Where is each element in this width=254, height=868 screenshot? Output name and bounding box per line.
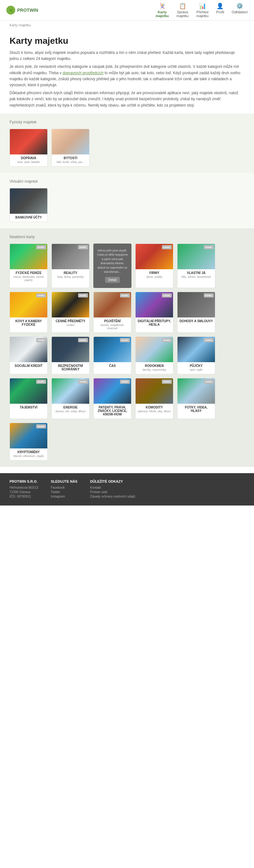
card-media-badge: neakt. [204,380,214,384]
karty-icon: 🃏 [159,3,166,9]
footer-col1-line1: Heřmánková 863/13 [9,486,38,489]
card-pojisteni[interactable]: neakt. POJIŠTĚNÍ životní, majetkové, úra… [93,292,132,333]
logo-icon: 🌿 [6,6,15,14]
virtualni-grid: BANKOVNÍ ÚČTY [9,188,245,222]
card-safe-badge: neakt. [78,338,88,342]
footer-instagram-link[interactable]: Instagram [51,495,78,498]
card-self-badge: neakt. [204,245,214,249]
nav-prehled[interactable]: 📊 Přehledmajetku [196,3,208,18]
card-energie[interactable]: neakt. ENERGIE slunce, vítr, voda, dřevo [51,378,89,419]
card-insurance-badge: neakt. [120,293,130,298]
card-vlastni-ja[interactable]: neakt. VLASTNÍ JÁ tělo, zdraví, dovednos… [177,244,215,288]
card-time-badge: neakt. [120,338,130,342]
card-cash-sub: mince, bankovky, cenné papíry [12,275,46,282]
card-bytosti-title: BYTOSTI [54,156,87,160]
hero-para2: Je skoro jisté, že nevlastníš všechny ka… [9,64,245,88]
card-energy-badge: neakt. [78,380,88,384]
card-crypto-sub: bitcoin, ethereum, ripple [12,455,46,458]
fyzicky-section: Fyzický majetek DOPRAVA kolo, auto, leta… [0,114,254,173]
card-energy-sub: slunce, vítr, voda, dřevo [54,410,87,413]
card-crypto-title: KRYPTOMÉNY [12,450,46,454]
card-fyzicke-penize[interactable]: neakt. FYZICKÉ PENÍZE mince, bankovky, c… [9,244,48,288]
footer-col1-line2: 71300 Ostrava [9,490,38,494]
card-valuables-sub: umění [54,323,87,327]
card-social-title: SOCIÁLNÍ KREDIT [12,364,46,368]
nav-items: 🃏 Kartymajetku 📋 Správamajetku 📊 Přehled… [156,3,248,18]
card-contracts-badge: neakt. [204,293,214,298]
profil-icon: 👤 [217,3,224,9]
card-family-title: RODOKMEN [138,364,171,368]
footer-kontakt-link[interactable]: Kontakt [90,486,135,489]
card-bytosti-sub: lidé, koně, včely, psi... [54,160,87,164]
logo-text: PROTWIN [17,8,38,13]
virtualni-section: Virtuální majetek BANKOVNÍ ÚČTY [0,173,254,228]
card-kovy-kameny[interactable]: neakt. KOVY A KAMENY FYZICKÉ [9,292,48,333]
card-pujcky[interactable]: neakt. PŮJČKY tam i zpět [177,337,215,374]
card-patents-title: PATENTY, PRÁVA, ZNAČKY, LICENCE, KNOW-HO… [95,406,129,416]
card-digitalni[interactable]: neakt. DIGITÁLNÍ PŘÍSTUPY, HESLA [135,292,173,333]
footer-web-link[interactable]: Protwin web [90,490,135,494]
card-contracts-title: DOHODY A SMLOUVY [179,319,213,323]
breadcrumb: Karty majetku [0,21,254,30]
card-energy-title: ENERGIE [54,406,87,409]
card-commodities-sub: pšenice, hlínik, olej, dřevo [138,410,171,413]
footer-twitter-link[interactable]: Twitter [51,490,78,494]
nav-profil[interactable]: 👤 Profil [216,3,224,18]
card-family-sub: deníky, vzpomínky [138,368,171,371]
neaktivni-title: Neaktivní karty [9,235,245,239]
nav-odhlaseni[interactable]: ⚙️ Odhlášení [232,3,248,18]
nav-profil-label: Profil [216,10,224,14]
inactive-overlay-text: Mémo ječh plná obydlí. Často je děšo kup… [96,249,128,274]
card-doprava[interactable]: DOPRAVA kolo, auto, letadlo [9,129,48,166]
card-socialni[interactable]: neakt. SOCIÁLNÍ KREDIT [9,337,48,374]
nav-prehled-label: Přehledmajetku [196,10,208,18]
card-family-badge: neakt. [162,338,172,342]
footer-zasady-link[interactable]: Zásady ochrany osobních údajů [90,495,135,498]
card-patenty[interactable]: neakt. PATENTY, PRÁVA, ZNAČKY, LICENCE, … [93,378,132,419]
card-firmy[interactable]: neakt. FIRMY akcie, podíly [135,244,173,288]
card-loans-badge: neakt. [204,338,214,342]
card-reality-sub: byty, domy, pozemky [54,275,87,278]
card-rodokmen[interactable]: neakt. RODOKMEN deníky, vzpomínky [135,337,173,374]
footer-col2-title: SLEDUJTE NÁS [51,479,78,483]
card-bankovni-title: BANKOVNÍ ÚČTY [12,216,46,219]
card-metals-badge: neakt. [36,293,46,298]
prehled-icon: 📊 [199,3,206,9]
card-dohody[interactable]: neakt. DOHODY A SMLOUVY [177,292,215,333]
card-commodities-title: KOMODITY [138,406,171,409]
hero-para1: Slouží k tomu, abysi svůj majetek snadno… [9,50,245,62]
card-valuables-badge: neakt. [78,293,88,298]
card-secret-title: TAJEMSTVÍ [12,406,46,409]
nav-odhlaseni-label: Odhlášení [232,10,248,14]
card-crypto-badge: neakt. [36,424,46,429]
footer: PROTWIN S.R.O. Heřmánková 863/13 71300 O… [0,473,254,505]
card-loans-sub: tam i zpět [179,368,213,371]
inactive-overlay: Mémo ječh plná obydlí. Často je děšo kup… [93,244,132,288]
card-tajemstvi[interactable]: neakt. TAJEMSTVÍ [9,378,48,419]
card-media-title: FOTKY, VIDEA, HLASY [179,406,213,412]
footer-col1-line3: IČO: 08790911 [9,495,38,498]
card-reality-badge: neakt. [78,245,88,249]
card-reality[interactable]: neakt. REALITY byty, domy, pozemky [51,244,89,288]
footer-facebook-link[interactable]: Facebook [51,486,78,489]
card-fotky[interactable]: neakt. FOTKY, VIDEA, HLASY [177,378,215,419]
card-komodity[interactable]: neakt. KOMODITY pšenice, hlínik, olej, d… [135,378,173,419]
card-kryptomeny[interactable]: neakt. KRYPTOMÉNY bitcoin, ethereum, rip… [9,423,48,461]
dopravni-link[interactable]: dopravních prostředcích [62,71,104,75]
card-bytosti[interactable]: BYTOSTI lidé, koně, včely, psi... [51,129,89,166]
card-loans-title: PŮJČKY [179,364,213,368]
card-bezpecnostni[interactable]: neakt. BEZPEČNOSTNÍ SCHRÁNKY [51,337,89,374]
footer-col3-title: DŮLEŽITÉ ODKAZY [90,479,135,483]
nav-sprava[interactable]: 📋 Správamajetku [176,3,189,18]
card-self-sub: tělo, zdraví, dovednosti [179,275,213,278]
card-cas[interactable]: neakt. ČAS [93,337,132,374]
card-metals-title: KOVY A KAMENY FYZICKÉ [12,319,46,326]
inactive-detail-button[interactable]: Detail [105,277,120,283]
card-cash-title: FYZICKÉ PENÍZE [12,271,46,275]
card-cenne-predmety[interactable]: neakt. CENNÉ PŘEDMĚTY umění [51,292,89,333]
card-bankovni[interactable]: BANKOVNÍ ÚČTY [9,188,48,222]
nav-karty[interactable]: 🃏 Kartymajetku [156,3,169,18]
logo[interactable]: 🌿 PROTWIN [6,6,38,14]
card-digital-title: DIGITÁLNÍ PŘÍSTUPY, HESLA [138,319,171,326]
card-doprava-sub: kolo, auto, letadlo [12,160,46,164]
